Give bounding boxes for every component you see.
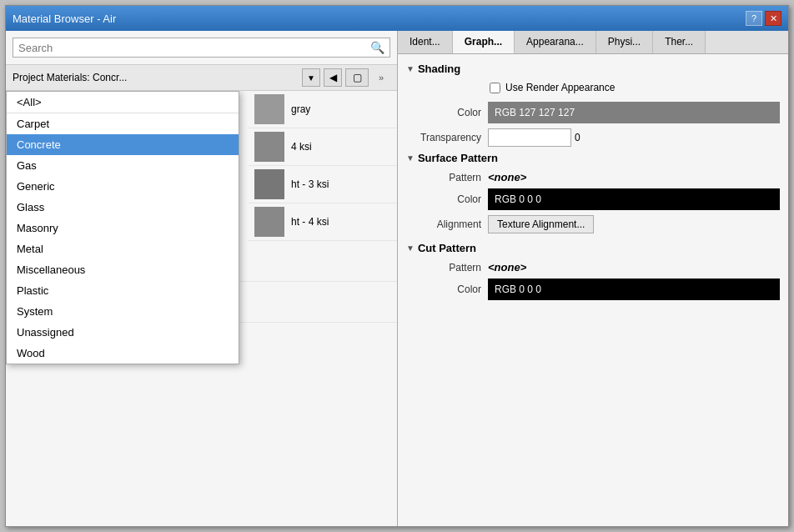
material-name: ht - 3 ksi: [291, 178, 390, 190]
prev-button[interactable]: ◀: [324, 68, 342, 87]
right-content: ▼ Shading Use Render Appearance Color RG…: [398, 54, 788, 526]
search-bar: 🔍: [6, 31, 397, 65]
tab-ident[interactable]: Ident...: [398, 31, 453, 53]
texture-alignment-button[interactable]: Texture Alignment...: [488, 215, 594, 233]
surface-alignment-row: Alignment Texture Alignment...: [406, 215, 780, 233]
material-name: gray: [291, 103, 390, 115]
material-thumbnail: [254, 132, 284, 162]
surface-pattern-row: Pattern <none>: [406, 171, 780, 183]
cut-color-value: RGB 0 0 0: [488, 279, 780, 300]
cut-pattern-triangle: ▼: [406, 243, 415, 253]
cut-pattern-prop-label: Pattern: [406, 262, 481, 274]
shading-color-label: Color: [406, 107, 481, 118]
cut-pattern-label: Cut Pattern: [418, 242, 476, 254]
shading-color-row: Color RGB 127 127 127: [406, 102, 780, 123]
surface-pattern-prop-value: <none>: [488, 171, 780, 183]
tab-ther[interactable]: Ther...: [653, 31, 706, 53]
list-item[interactable]: gray: [248, 91, 397, 128]
use-render-row: Use Render Appearance: [406, 82, 780, 93]
surface-pattern-label: Surface Pattern: [418, 152, 498, 164]
material-browser-window: Material Browser - Air ? ✕ 🔍 Project Mat…: [5, 5, 789, 527]
surface-pattern-prop-label: Pattern: [406, 172, 481, 183]
shading-triangle: ▼: [406, 64, 415, 73]
search-wrapper: 🔍: [13, 38, 390, 58]
material-name: 4 ksi: [291, 141, 390, 153]
tabs-row: Ident... Graph... Appearana... Physi... …: [398, 31, 788, 54]
surface-pattern-section: ▼ Surface Pattern Pattern <none> Color R…: [406, 152, 780, 233]
surface-color-swatch[interactable]: RGB 0 0 0: [488, 188, 780, 210]
category-dropdown-button[interactable]: ▼: [302, 68, 320, 87]
cut-color-row: Color RGB 0 0 0: [406, 279, 780, 300]
dropdown-item-gas[interactable]: Gas: [7, 155, 239, 176]
list-item[interactable]: 4 ksi: [248, 128, 397, 166]
dropdown-item-generic[interactable]: Generic: [7, 176, 239, 197]
use-render-label: Use Render Appearance: [505, 82, 615, 93]
surface-alignment-value: Texture Alignment...: [488, 215, 780, 233]
panel-view-button[interactable]: ▢: [345, 68, 369, 87]
cut-pattern-prop-value: <none>: [488, 261, 780, 274]
tab-appearance[interactable]: Appearana...: [515, 31, 596, 53]
dropdown-item-all[interactable]: <All>: [7, 92, 239, 113]
dropdown-item-plastic[interactable]: Plastic: [7, 280, 239, 301]
help-button[interactable]: ?: [746, 11, 762, 26]
cut-pattern-header: ▼ Cut Pattern: [406, 242, 780, 254]
shading-color-value: RGB 127 127 127: [488, 102, 780, 123]
surface-color-value: RGB 0 0 0: [488, 188, 780, 210]
search-input[interactable]: [18, 42, 370, 54]
category-dropdown: <All> Carpet Concrete Gas Generic Glass …: [6, 91, 239, 364]
transparency-controls: 0: [488, 128, 780, 147]
dropdown-item-metal[interactable]: Metal: [7, 238, 239, 259]
material-thumbnail: [254, 207, 284, 237]
dropdown-item-wood[interactable]: Wood: [7, 343, 239, 364]
dropdown-item-miscellaneous[interactable]: Miscellaneous: [7, 259, 239, 280]
material-thumbnail: [254, 169, 284, 199]
shading-color-swatch[interactable]: RGB 127 127 127: [488, 102, 780, 123]
surface-pattern-triangle: ▼: [406, 153, 415, 163]
list-item[interactable]: ht - 3 ksi: [248, 166, 397, 203]
use-render-checkbox[interactable]: [490, 83, 500, 93]
project-bar: Project Materials: Concr... ▼ ◀ ▢ »: [6, 65, 397, 91]
right-panel: Ident... Graph... Appearana... Physi... …: [398, 31, 788, 526]
tab-graph[interactable]: Graph...: [453, 31, 515, 53]
more-button[interactable]: »: [372, 68, 390, 87]
shading-transparency-value: 0: [488, 128, 780, 147]
dropdown-item-masonry[interactable]: Masonry: [7, 218, 239, 238]
material-thumbnail: [254, 94, 284, 124]
dropdown-item-concrete[interactable]: Concrete: [7, 134, 239, 155]
material-name: ht - 4 ksi: [291, 216, 390, 228]
title-bar: Material Browser - Air ? ✕: [6, 6, 788, 31]
materials-list: <All> Carpet Concrete Gas Generic Glass …: [6, 91, 397, 526]
dropdown-item-unassigned[interactable]: Unassigned: [7, 322, 239, 343]
transparency-slider[interactable]: [488, 128, 571, 147]
cut-color-swatch[interactable]: RGB 0 0 0: [488, 279, 780, 300]
transparency-number: 0: [575, 132, 600, 143]
list-item[interactable]: ht - 4 ksi: [248, 203, 397, 241]
dropdown-item-carpet[interactable]: Carpet: [7, 113, 239, 134]
shading-section-header: ▼ Shading: [406, 63, 780, 75]
cut-pattern-value: <none>: [488, 261, 526, 274]
dropdown-item-system[interactable]: System: [7, 301, 239, 322]
window-title: Material Browser - Air: [13, 13, 116, 25]
shading-transparency-row: Transparency 0: [406, 128, 780, 147]
search-icon: 🔍: [370, 41, 384, 54]
cut-pattern-row: Pattern <none>: [406, 261, 780, 274]
title-controls: ? ✕: [746, 11, 781, 26]
surface-color-label: Color: [406, 193, 481, 205]
project-label: Project Materials: Concr...: [13, 72, 299, 83]
surface-pattern-header: ▼ Surface Pattern: [406, 152, 780, 164]
cut-color-label: Color: [406, 284, 481, 295]
close-button[interactable]: ✕: [765, 11, 781, 26]
shading-transparency-label: Transparency: [406, 132, 481, 143]
surface-pattern-value: <none>: [488, 171, 526, 183]
surface-color-row: Color RGB 0 0 0: [406, 188, 780, 210]
main-content: 🔍 Project Materials: Concr... ▼ ◀ ▢ » <A…: [6, 31, 788, 526]
tab-physi[interactable]: Physi...: [596, 31, 653, 53]
surface-alignment-label: Alignment: [406, 218, 481, 230]
shading-label: Shading: [418, 63, 460, 75]
cut-pattern-section: ▼ Cut Pattern Pattern <none> Color RGB 0…: [406, 242, 780, 300]
left-panel: 🔍 Project Materials: Concr... ▼ ◀ ▢ » <A…: [6, 31, 398, 526]
dropdown-item-glass[interactable]: Glass: [7, 197, 239, 218]
